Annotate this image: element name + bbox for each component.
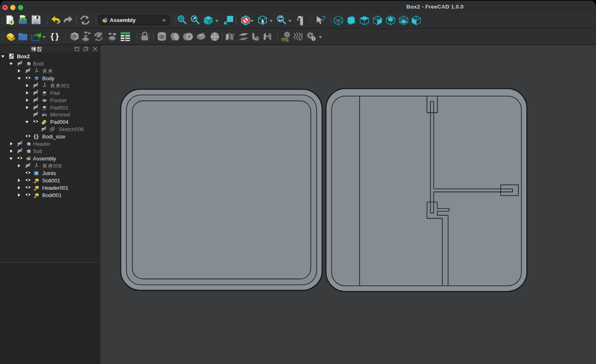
svg-text:?: ? bbox=[322, 15, 326, 22]
